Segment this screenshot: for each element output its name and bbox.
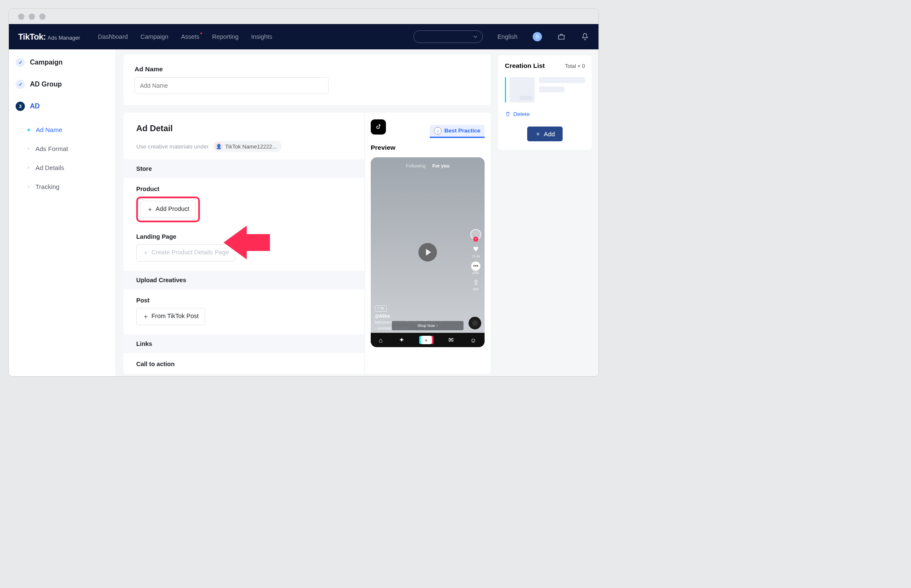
share-action: ⇧232 xyxy=(473,278,479,291)
following-tab: Following xyxy=(406,163,426,168)
heart-icon: ♥ xyxy=(473,243,478,254)
comment-icon: ••• xyxy=(471,262,480,271)
store-heading: Store xyxy=(124,159,364,178)
substep-label: Tracking xyxy=(35,183,59,190)
side-actions: + ♥71.1k •••1281 ⇧232 xyxy=(470,229,481,291)
preview-label: Preview xyxy=(371,144,485,151)
preview-top: ♪ Best Practice xyxy=(371,119,485,135)
substep-label: Ad Name xyxy=(36,126,62,133)
chevron-right-icon: › xyxy=(437,324,438,328)
user-avatar[interactable]: S xyxy=(533,32,542,41)
top-nav: TikTok: Ads Manager Dashboard Campaign A… xyxy=(9,24,598,49)
creation-header: Creation List Total × 0 xyxy=(505,62,585,70)
substep-ad-name[interactable]: Ad Name xyxy=(20,120,109,139)
step-label: AD xyxy=(30,102,40,110)
substep-ad-details[interactable]: Ad Details xyxy=(20,158,109,177)
substep-ads-format[interactable]: Ads Format xyxy=(20,139,109,158)
wizard-sidebar: ✓ Campaign ✓ AD Group 3 AD Ad Name Ads F… xyxy=(9,49,116,376)
plus-icon: ＋ xyxy=(143,249,149,257)
bullet-icon xyxy=(27,129,30,131)
nav-campaign[interactable]: Campaign xyxy=(140,33,168,40)
best-practice-tab[interactable]: ♪ Best Practice xyxy=(430,125,485,138)
check-icon: ✓ xyxy=(16,80,25,89)
nav-label: Assets xyxy=(181,33,199,40)
cta-body: Call to action xyxy=(124,353,364,374)
upload-body: Post ＋ From TikTok Post xyxy=(124,289,364,334)
ad-detail-card: Ad Detail Use creative materials under 👤… xyxy=(124,113,491,374)
step-number-badge: 3 xyxy=(16,102,25,111)
step-campaign[interactable]: ✓ Campaign xyxy=(16,58,109,67)
nav-label: Campaign xyxy=(140,33,168,40)
comment-count: 1281 xyxy=(472,271,480,275)
window-dot xyxy=(18,13,24,20)
brand-subtitle: Ads Manager xyxy=(48,35,80,41)
right-column: Creation List Total × 0 Delete xyxy=(498,49,598,376)
placeholder-line xyxy=(539,86,564,92)
bell-icon[interactable] xyxy=(581,32,589,41)
add-button[interactable]: ＋ Add xyxy=(527,127,563,141)
share-count: 232 xyxy=(473,287,478,291)
bullet-icon xyxy=(27,186,30,188)
preview-column: ♪ Best Practice Preview Following For yo… xyxy=(365,113,491,374)
store-body: Product ＋ Add Product Landing Page ＋ Cre… xyxy=(124,178,364,271)
shop-now-button: Shop Now› xyxy=(392,321,464,330)
comment-action: •••1281 xyxy=(471,262,480,275)
like-count: 71.1k xyxy=(472,254,480,258)
identity-avatar-icon: 👤 xyxy=(215,143,223,150)
links-heading: Links xyxy=(124,334,364,353)
create-landing-page-button[interactable]: ＋ Create Product Details Page xyxy=(136,244,235,262)
for-you-tab: For you xyxy=(432,163,449,168)
product-label: Product xyxy=(136,186,352,192)
step-label: Campaign xyxy=(30,59,62,66)
nav-label: Insights xyxy=(251,33,272,40)
button-label: Create Product Details Page xyxy=(151,249,229,257)
step-adgroup[interactable]: ✓ AD Group xyxy=(16,80,109,89)
creation-title: Creation List xyxy=(505,62,545,70)
browser-window: TikTok: Ads Manager Dashboard Campaign A… xyxy=(8,8,599,377)
placeholder-line xyxy=(539,77,585,83)
button-label: From TikTok Post xyxy=(151,313,199,321)
preview-feed-tabs: Following For you xyxy=(371,157,485,168)
detail-header: Ad Detail Use creative materials under 👤… xyxy=(124,113,364,159)
music-note-icon: ♪ xyxy=(375,326,377,330)
language-selector[interactable]: English xyxy=(497,33,517,40)
nav-reporting[interactable]: Reporting xyxy=(212,33,239,40)
from-tiktok-post-button[interactable]: ＋ From TikTok Post xyxy=(136,308,205,325)
briefcase-icon[interactable] xyxy=(557,32,566,41)
identity-chip[interactable]: 👤 TikTok Name12222... xyxy=(213,141,282,152)
tiktok-app-icon xyxy=(371,119,386,135)
nav-label: Reporting xyxy=(212,33,239,40)
preview-tabbar: ⌂ ✦ ＋ ✉ ☺ xyxy=(371,333,485,347)
bullet-icon xyxy=(27,148,30,150)
nav-insights[interactable]: Insights xyxy=(251,33,272,40)
creation-item[interactable] xyxy=(505,77,585,102)
delete-link[interactable]: Delete xyxy=(505,111,585,117)
create-icon: ＋ xyxy=(420,336,432,344)
brand: TikTok: Ads Manager xyxy=(18,32,80,42)
discover-icon: ✦ xyxy=(399,336,404,344)
thumbnail-placeholder xyxy=(509,77,535,102)
nav-dashboard[interactable]: Dashboard xyxy=(98,33,128,40)
step-label: AD Group xyxy=(30,81,62,88)
cta-label: Call to action xyxy=(136,361,352,367)
ad-name-input[interactable] xyxy=(135,77,329,94)
ad-tag: 广告 xyxy=(375,305,387,312)
follow-plus-icon: + xyxy=(473,237,478,242)
ad-name-card: Ad Name xyxy=(124,54,491,105)
preview-username: @Allice xyxy=(375,314,390,318)
step-ad[interactable]: 3 AD xyxy=(16,102,109,111)
substeps: Ad Name Ads Format Ad Details Tracking xyxy=(20,120,109,196)
ad-name-label: Ad Name xyxy=(135,65,480,73)
total-label: Total xyxy=(565,63,576,69)
trash-icon xyxy=(505,111,511,117)
chevron-down-icon xyxy=(473,35,477,39)
account-selector[interactable] xyxy=(413,30,483,43)
substep-tracking[interactable]: Tracking xyxy=(20,177,109,196)
add-product-button[interactable]: ＋ Add Product xyxy=(140,201,196,218)
nav-assets[interactable]: Assets xyxy=(181,33,199,40)
window-dot xyxy=(39,13,46,20)
delete-label: Delete xyxy=(513,111,530,117)
identity-prefix: Use creative materials under xyxy=(136,143,209,150)
identity-row: Use creative materials under 👤 TikTok Na… xyxy=(136,141,352,152)
profile-icon: ☺ xyxy=(470,337,476,344)
